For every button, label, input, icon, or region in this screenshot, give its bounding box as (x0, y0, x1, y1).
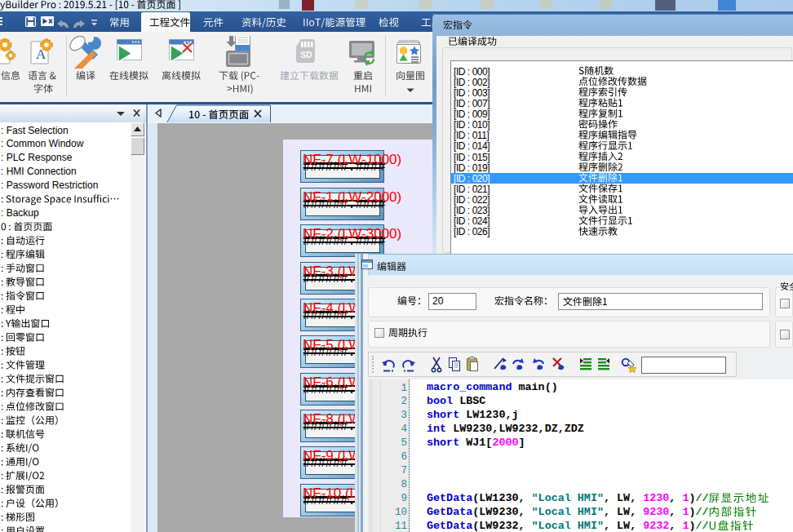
svg-text:SD: SD (301, 51, 312, 60)
